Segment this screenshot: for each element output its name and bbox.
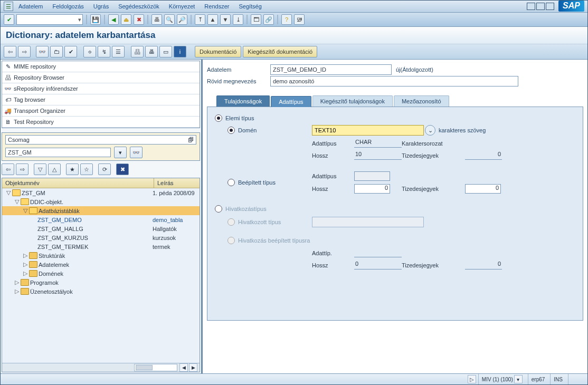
tree-forward-icon[interactable]: ⇨ [16,163,29,175]
find-icon[interactable]: 🔍 [164,14,175,25]
command-field[interactable]: ▾ [16,14,83,25]
nav-test-repository[interactable]: 🗎Test Repository [2,117,200,128]
hierarchy-icon[interactable]: 品 [131,46,144,57]
save-icon[interactable]: 💾 [90,14,101,25]
window-maximize-icon[interactable] [536,3,545,10]
menu-segitseg[interactable]: Segítség [234,2,265,11]
tree-collapse-icon[interactable]: △ [48,163,61,175]
layout-icon[interactable]: 🖳 [294,14,305,25]
tree-twisty-icon[interactable]: ▽ [5,189,11,196]
new-session-icon[interactable]: 🗔 [251,14,261,25]
tree-row[interactable]: ZST_GM_KURZUSkurzusok [2,233,200,242]
tree-favorites-icon[interactable]: ★ [66,163,79,175]
tab-datatype[interactable]: Adattípus [271,96,311,107]
tree-row[interactable]: ▷ Programok [2,278,200,287]
menu-adatelem[interactable]: Adatelem [14,2,47,11]
builtin-length-field[interactable]: 0 [354,184,390,194]
menu-icon[interactable]: ☰ [4,2,13,11]
tab-further[interactable]: Kiegészítő tulajdonságok [312,95,393,107]
print-icon[interactable]: 🖶 [151,14,162,25]
activate-icon[interactable]: ⎆ [83,46,96,57]
tree-back-icon[interactable]: ⇦ [2,163,14,175]
builtin-datatype-field[interactable] [354,171,390,181]
domain-name-input[interactable] [312,127,423,133]
object-category-dropdown[interactable]: Csomag🗐 [5,135,196,145]
status-system[interactable]: MIV (1) (100)▾ [478,374,526,384]
tree-row[interactable]: ▽ Adatbázistáblák [2,206,200,215]
object-name-dropdown-icon[interactable]: ▾ [114,147,127,158]
tree-row[interactable]: ZST_GM_DEMOdemo_tabla [2,215,200,224]
tree-scroll-right-icon[interactable]: ▶ [189,363,197,372]
info-icon[interactable]: i [174,46,186,57]
domain-name-field[interactable] [312,125,424,136]
tree-twisty-icon[interactable]: ▷ [14,288,20,295]
tab-properties[interactable]: Tulajdonságok [216,95,270,107]
tree-twisty-icon[interactable]: ▽ [22,207,28,214]
tree-twisty-icon[interactable]: ▷ [22,270,28,277]
status-resize-grip[interactable] [568,374,585,384]
menu-feldolgozas[interactable]: Feldolgozás [48,2,88,11]
tree-twisty-icon[interactable]: ▷ [22,252,28,259]
nav-repository-info[interactable]: 👓sRepository infórendszer [2,83,200,94]
tree-hscrollbar[interactable] [134,364,177,371]
menu-kornyezet[interactable]: Környezet [165,2,200,11]
radio-builtin-type[interactable]: Beépített típus [227,179,312,186]
tree-row[interactable]: ZST_GM_HALLGHallgatók [2,224,200,233]
system-menu-icon[interactable]: ▾ [514,375,523,383]
radio-reference-type[interactable]: Hivatkozástípus [215,205,267,213]
menu-segedeszkozok[interactable]: Segédeszközök [114,2,164,11]
help-icon[interactable]: ? [281,14,292,25]
builtin-decimals-field[interactable]: 0 [465,184,501,194]
menu-rendszer[interactable]: Rendszer [200,2,233,11]
print-icon[interactable]: 🖶 [145,46,158,57]
display-object-list-icon[interactable]: ☰ [112,46,125,57]
other-object-icon[interactable]: 🗀 [50,46,63,57]
next-page-icon[interactable]: ▼ [220,14,231,25]
tree-twisty-icon[interactable]: ▷ [14,279,20,286]
tree-scroll-left-icon[interactable]: ◀ [179,363,188,372]
tree-header-name[interactable]: Objektumnév [2,178,154,188]
radio-elementary-type[interactable]: Elemi típus [215,114,254,122]
prev-page-icon[interactable]: ▲ [207,14,218,25]
find-next-icon[interactable]: 🔎 [177,14,187,25]
back-icon[interactable]: ◀ [108,14,119,25]
check-icon[interactable]: ✔ [64,46,77,57]
window-minimize-icon[interactable] [527,3,535,10]
first-page-icon[interactable]: ⤒ [195,14,205,25]
tree-row[interactable]: ▷ Üzenetosztályok [2,287,200,296]
last-page-icon[interactable]: ⤓ [233,14,243,25]
short-text-field[interactable]: demo azonosító [270,76,518,86]
where-used-icon[interactable]: ↯ [98,46,110,57]
tree-row[interactable]: ▷ Adatelemek [2,260,200,269]
shortcut-icon[interactable]: 🔗 [263,14,274,25]
tree-row[interactable]: ▷ Struktúrák [2,251,200,260]
tree-row[interactable]: ZST_GM_TERMEKtermek [2,242,200,251]
dropdown-icon[interactable]: ▾ [78,16,81,23]
radio-domain[interactable]: Domén [227,127,312,134]
tree-row[interactable]: ▽ ZST_GM1. péda 2008/09 [2,188,200,197]
tree-close-icon[interactable]: ✖ [116,163,129,175]
tree-add-icon[interactable]: ☆ [80,163,93,175]
nav-tag-browser[interactable]: 🏷Tag browser [2,94,200,105]
tree-twisty-icon[interactable]: ▽ [14,198,20,205]
fullscreen-icon[interactable]: ▭ [159,46,172,57]
display-button-icon[interactable]: 👓 [130,147,143,158]
tree-row[interactable]: ▷ Domének [2,269,200,278]
exit-icon[interactable]: ⏏ [121,14,131,25]
next-icon[interactable]: ⇨ [18,46,31,57]
documentation-button[interactable]: Dokumentáció [195,46,241,57]
tree-row[interactable]: ▽ DDIC-objekt. [2,197,200,206]
supplementary-documentation-button[interactable]: Kiegészítő dokumentáció [243,46,317,57]
enter-icon[interactable]: ✔ [4,14,14,25]
tree-header-desc[interactable]: Leírás [154,178,200,188]
status-nav-icon[interactable]: ▷ [468,375,476,383]
cancel-icon[interactable]: ✖ [134,14,144,25]
object-name-field[interactable]: ZST_GM [5,148,111,157]
tab-fieldlabel[interactable]: Mezőazonosító [394,95,449,107]
prev-icon[interactable]: ⇦ [4,46,16,57]
nav-repository-browser[interactable]: 品Repository Browser [2,72,200,83]
dataelement-name-field[interactable]: ZST_GM_DEMO_ID [270,64,392,75]
nav-transport-organizer[interactable]: 🚚Transport Organizer [2,105,200,117]
tree-twisty-icon[interactable]: ▷ [22,261,28,268]
tree-refresh-icon[interactable]: ⟳ [98,163,111,175]
